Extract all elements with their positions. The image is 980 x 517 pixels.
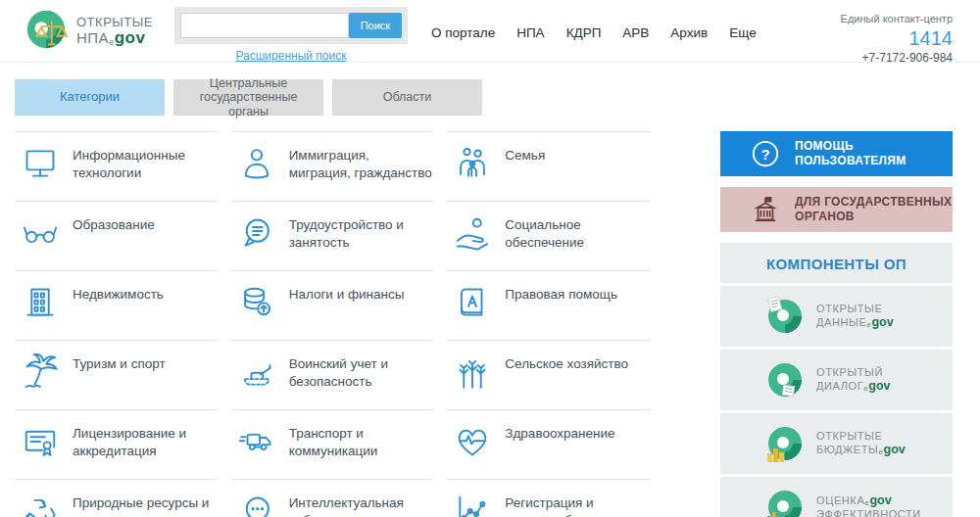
glasses-icon: [21, 213, 60, 253]
category-label: Иммиграция, миграция, гражданство: [289, 144, 434, 181]
search-input[interactable]: [180, 13, 349, 38]
main-nav: О порталеНПАКДРПАРВАрхивЕще: [431, 25, 757, 40]
category-label: Регистрация и развитие бизнеса: [505, 492, 650, 517]
op-component-label: ОТКРЫТЫЙДИАЛОГegov: [816, 366, 891, 394]
open-npa-logo-icon: [24, 7, 69, 56]
nav-item-4[interactable]: АРВ: [622, 25, 649, 40]
category-item[interactable]: Транспорт и коммуникации: [231, 409, 434, 479]
truck-icon: [237, 422, 276, 461]
svg-text:?: ?: [760, 146, 769, 163]
social-care-icon: [453, 213, 492, 253]
open-data-logo: [763, 295, 807, 338]
category-label: Трудоустройство и занятость: [289, 213, 434, 251]
category-label: Информационные технологии: [73, 144, 218, 181]
op-component-label: ОЦЕНКАegovЭФФЕКТИВНОСТИ: [816, 494, 921, 517]
category-label: Правовая помощь: [505, 283, 617, 304]
building-icon: [21, 283, 60, 322]
contact-label: Единый контакт-центр: [841, 13, 953, 26]
nav-item-6[interactable]: Еще: [729, 25, 756, 40]
category-label: Лицензирование и аккредитация: [73, 422, 218, 459]
category-item[interactable]: Туризм и спорт: [15, 340, 218, 409]
category-label: Интеллектуальная собственность: [289, 492, 434, 517]
sidebar: ? ПОМОЩЬ ПОЛЬЗОВАТЕЛЯМ ДЛЯ ГОС: [720, 131, 953, 517]
op-component-item[interactable]: ОЦЕНКАegovЭФФЕКТИВНОСТИ: [720, 474, 953, 517]
heart-pulse-icon: [453, 422, 492, 461]
tab-3[interactable]: Области: [332, 79, 482, 116]
header: ОТКРЫТЫЕ НПАegov Поиск Расширенный поиск…: [0, 0, 980, 63]
op-component-item[interactable]: ОТКРЫТЫЕДАННЫЕegov: [720, 283, 953, 347]
for-gov-organs-label: ДЛЯ ГОСУДАРСТВЕННЫХ ОРГАНОВ: [795, 195, 953, 224]
family-icon: [453, 144, 492, 183]
category-item[interactable]: Налоги и финансы: [231, 270, 434, 340]
tank-icon: [237, 352, 276, 392]
tab-2[interactable]: Центральные государственные органы: [173, 79, 323, 116]
contact-number[interactable]: 1414: [841, 26, 953, 51]
nav-item-1[interactable]: О портале: [431, 25, 495, 40]
nav-item-3[interactable]: КДРП: [566, 25, 602, 40]
category-item[interactable]: Воинский учет и безопасность: [231, 340, 434, 409]
contact-phone: +7-7172-906-984: [841, 51, 953, 66]
op-components-panel: КОМПОНЕНТЫ ОП ОТКРЫТЫЕДАННЫЕegov ОТКРЫТЫ…: [720, 243, 953, 517]
categories-grid: Информационные технологии Иммиграция, ми…: [15, 131, 650, 517]
category-item[interactable]: Здравоохранение: [447, 409, 650, 479]
logo-line2: НПАegov: [76, 29, 153, 47]
chat-lines-icon: [237, 213, 276, 253]
category-item[interactable]: Информационные технологии: [15, 131, 218, 201]
person-icon: [237, 144, 276, 183]
for-gov-organs-button[interactable]: ДЛЯ ГОСУДАРСТВЕННЫХ ОРГАНОВ: [720, 187, 953, 232]
category-label: Недвижимость: [73, 283, 164, 304]
op-component-label: ОТКРЫТЫЕДАННЫЕegov: [816, 303, 894, 330]
tab-1[interactable]: Категории: [15, 79, 165, 116]
site-logo[interactable]: ОТКРЫТЫЕ НПАegov: [24, 7, 153, 56]
law-book-icon: [453, 283, 492, 322]
category-label: Налоги и финансы: [289, 283, 405, 304]
recycle-icon: [21, 492, 60, 517]
search-box: Поиск: [174, 7, 408, 44]
monitor-icon: [21, 144, 60, 183]
category-label: Образование: [73, 213, 155, 234]
advanced-search-link[interactable]: Расширенный поиск: [174, 49, 408, 63]
category-item[interactable]: Трудоустройство и занятость: [231, 201, 434, 270]
category-item[interactable]: Семья: [447, 131, 650, 201]
search-button[interactable]: Поиск: [349, 13, 402, 38]
category-item[interactable]: Лицензирование и аккредитация: [15, 409, 218, 479]
coins-icon: [237, 283, 276, 322]
category-item[interactable]: Образование: [15, 201, 218, 270]
question-icon: ?: [750, 139, 781, 168]
op-components-title: КОМПОНЕНТЫ ОП: [720, 243, 953, 283]
wheat-icon: [453, 352, 492, 392]
nav-item-2[interactable]: НПА: [516, 25, 544, 40]
category-label: Воинский учет и безопасность: [289, 352, 434, 390]
help-users-label: ПОМОЩЬ ПОЛЬЗОВАТЕЛЯМ: [795, 139, 953, 168]
open-budgets-logo: [763, 422, 807, 465]
help-users-button[interactable]: ? ПОМОЩЬ ПОЛЬЗОВАТЕЛЯМ: [720, 131, 953, 176]
category-item[interactable]: Правовая помощь: [447, 270, 650, 340]
efficiency-logo: [763, 486, 807, 517]
op-component-item[interactable]: ОТКРЫТЫЕБЮДЖЕТЫegov: [720, 410, 953, 474]
op-component-item[interactable]: ОТКРЫТЫЙДИАЛОГegov: [720, 347, 953, 410]
government-building-icon: [750, 195, 781, 224]
certificate-icon: [21, 422, 60, 461]
logo-line1: ОТКРЫТЫЕ: [76, 16, 153, 29]
category-label: Семья: [505, 144, 545, 164]
category-item[interactable]: Регистрация и развитие бизнеса: [447, 479, 650, 517]
chart-icon: [453, 492, 492, 517]
category-item[interactable]: Социальное обеспечение: [447, 201, 650, 270]
category-label: Сельское хозяйство: [505, 352, 628, 373]
nav-item-5[interactable]: Архив: [670, 25, 708, 40]
search-area: Поиск Расширенный поиск: [174, 7, 408, 63]
category-label: Социальное обеспечение: [505, 213, 650, 251]
category-item[interactable]: Интеллектуальная собственность: [231, 479, 434, 517]
category-item[interactable]: Природные ресурсы и экология: [15, 479, 218, 517]
tabs-bar: КатегорииЦентральные государственные орг…: [15, 79, 980, 116]
open-dialog-logo: [763, 358, 807, 401]
category-item[interactable]: Сельское хозяйство: [447, 340, 650, 409]
content: Информационные технологии Иммиграция, ми…: [15, 131, 953, 517]
category-label: Здравоохранение: [505, 422, 614, 443]
category-item[interactable]: Иммиграция, миграция, гражданство: [231, 131, 434, 201]
category-label: Природные ресурсы и экология: [73, 492, 218, 517]
category-item[interactable]: Недвижимость: [15, 270, 218, 340]
op-component-label: ОТКРЫТЫЕБЮДЖЕТЫegov: [816, 430, 906, 457]
category-label: Туризм и спорт: [73, 352, 166, 373]
chat-dots-icon: [237, 492, 276, 517]
